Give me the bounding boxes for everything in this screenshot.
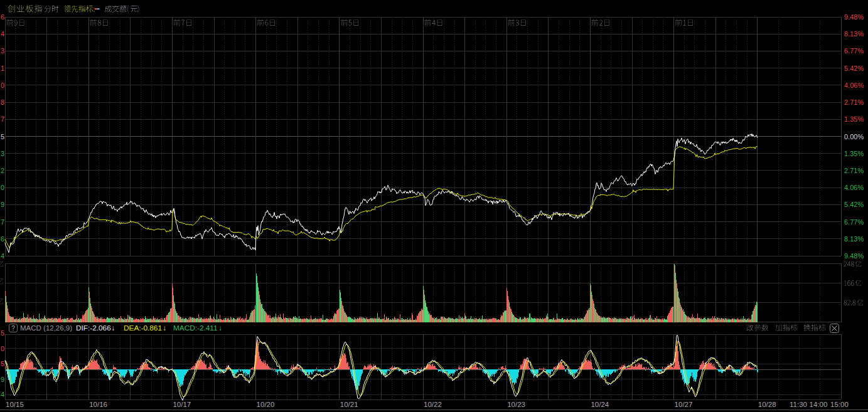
svg-text:10/20: 10/20 [257,401,275,408]
svg-text:10/22: 10/22 [424,401,442,408]
svg-text:5: 5 [1,360,4,367]
svg-text:9.48%: 9.48% [844,13,864,21]
svg-text:9: 9 [1,376,4,383]
svg-text:1.35%: 1.35% [844,115,864,123]
svg-text:8: 8 [1,98,4,106]
svg-text:7: 7 [1,115,4,123]
svg-text:5.42%: 5.42% [844,65,864,72]
svg-text:3: 3 [1,150,4,157]
svg-text:10/27: 10/27 [675,401,693,408]
svg-text:8.13%: 8.13% [844,235,864,243]
svg-text:0: 0 [1,82,4,89]
svg-text:↓: ↓ [163,324,167,332]
svg-text:8.13%: 8.13% [844,30,864,38]
svg-text:6.77%: 6.77% [844,218,864,226]
svg-text:11:30: 11:30 [790,401,807,408]
svg-text:6: 6 [1,235,4,243]
svg-text:4.06%: 4.06% [844,184,864,191]
svg-text:2.71%: 2.71% [844,167,864,174]
svg-text:1: 1 [1,65,4,72]
svg-text:MACD:-2.411: MACD:-2.411 [173,324,218,332]
svg-text:2: 2 [1,167,4,174]
svg-text:DEA:-0.861: DEA:-0.861 [124,324,162,332]
svg-text:0: 0 [1,184,4,191]
svg-text:0.00%: 0.00% [844,133,864,140]
svg-text:10/15: 10/15 [6,401,24,408]
svg-text:14:00: 14:00 [810,401,828,408]
svg-text:4: 4 [1,252,4,260]
svg-text:4: 4 [1,391,4,398]
svg-text:10/16: 10/16 [89,401,107,408]
svg-text:5: 5 [1,133,4,140]
svg-text:↓: ↓ [219,324,223,332]
svg-text:10/17: 10/17 [173,401,191,408]
svg-text:4: 4 [1,30,4,38]
svg-text:9.48%: 9.48% [844,252,864,260]
svg-text:3: 3 [1,47,4,55]
svg-text:↓: ↓ [112,324,115,332]
svg-text:7: 7 [1,218,4,226]
svg-text:MACD (12,26,9): MACD (12,26,9) [20,324,72,332]
svg-text:DIF:-2.066: DIF:-2.066 [76,324,111,332]
svg-text:10/24: 10/24 [591,401,609,408]
svg-text:2.71%: 2.71% [844,98,864,106]
svg-text:?: ? [11,325,15,332]
svg-text:0: 0 [1,345,4,352]
svg-text:5.42%: 5.42% [844,201,864,208]
svg-text:6: 6 [1,13,4,21]
svg-text:10/28: 10/28 [758,401,776,408]
svg-text:4.06%: 4.06% [844,82,864,89]
svg-text:1.35%: 1.35% [844,150,864,157]
svg-text:5: 5 [1,329,4,337]
svg-text:6.77%: 6.77% [844,47,864,55]
svg-text:10/21: 10/21 [340,401,358,408]
svg-text:10/23: 10/23 [507,401,525,408]
svg-text:15:00: 15:00 [830,401,849,408]
svg-text:9: 9 [1,201,4,208]
